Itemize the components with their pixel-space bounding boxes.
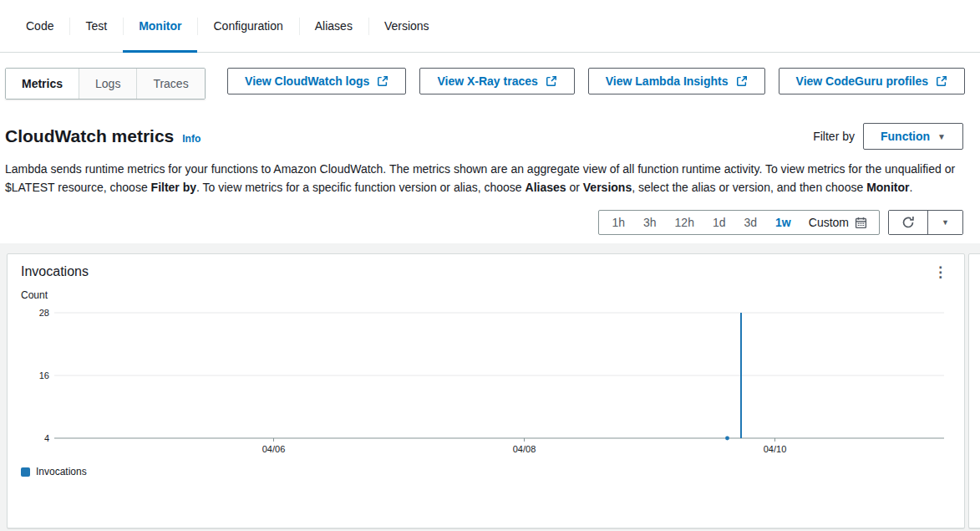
- time-controls-bar: 1h3h12h1d3d1wCustom ▼: [0, 197, 980, 243]
- section-header: CloudWatch metrics Info Filter by Functi…: [0, 100, 980, 150]
- svg-text:04/08: 04/08: [513, 444, 536, 454]
- y-axis-unit-left: Count: [21, 289, 48, 301]
- chevron-down-icon: ▼: [942, 218, 949, 227]
- custom-label: Custom: [809, 216, 849, 229]
- svg-text:04/10: 04/10: [764, 444, 787, 454]
- external-link-icon: [377, 75, 388, 87]
- external-tools-buttons: View CloudWatch logsView X-Ray tracesVie…: [227, 68, 967, 94]
- time-range-3h[interactable]: 3h: [634, 216, 666, 229]
- filter-by-dropdown[interactable]: Function ▼: [863, 123, 963, 150]
- time-range-1d[interactable]: 1d: [703, 216, 735, 229]
- monitor-toolbar: MetricsLogsTraces View CloudWatch logsVi…: [0, 53, 980, 100]
- time-range-3d[interactable]: 3d: [735, 216, 767, 229]
- info-link[interactable]: Info: [182, 133, 201, 145]
- title-group: CloudWatch metrics Info: [5, 126, 201, 146]
- function-tab-bar: CodeTestMonitorConfigurationAliasesVersi…: [0, 0, 980, 53]
- calendar-icon: [855, 217, 867, 229]
- tab-aliases[interactable]: Aliases: [299, 0, 368, 52]
- charts-region: Invocations⋮Count4162804/0604/0804/10Inv…: [0, 243, 980, 531]
- refresh-icon: [901, 216, 915, 229]
- monitor-subtabs: MetricsLogsTraces: [5, 68, 206, 100]
- description-text: Lambda sends runtime metrics for your fu…: [5, 160, 963, 197]
- lambda-monitor-page: CodeTestMonitorConfigurationAliasesVersi…: [0, 0, 980, 531]
- time-range-1w[interactable]: 1w: [766, 216, 800, 229]
- filter-by-value: Function: [881, 130, 930, 143]
- refresh-button[interactable]: [889, 211, 927, 234]
- refresh-options-button[interactable]: ▼: [927, 211, 962, 234]
- legend-swatch: [21, 467, 30, 477]
- tab-versions[interactable]: Versions: [368, 0, 445, 52]
- chart-canvas: 4162804/0604/0804/10: [21, 303, 951, 458]
- external-link-icon: [736, 75, 748, 87]
- chart-card-duration: Duration⋮Milliseconds1.1590.418004/0604/…: [968, 253, 980, 528]
- button-label: View CloudWatch logs: [245, 74, 369, 88]
- page-title: CloudWatch metrics: [5, 126, 174, 146]
- tab-configuration[interactable]: Configuration: [197, 0, 298, 52]
- refresh-split-button: ▼: [888, 210, 963, 235]
- chart-plot-area: 4162804/0604/0804/10: [21, 303, 951, 461]
- button-label: View Lambda Insights: [606, 74, 729, 88]
- time-range-custom[interactable]: Custom: [800, 216, 876, 229]
- svg-text:28: 28: [39, 308, 49, 318]
- subtab-traces[interactable]: Traces: [137, 69, 204, 99]
- svg-text:04/06: 04/06: [262, 444, 286, 454]
- external-link-icon: [936, 75, 947, 87]
- tab-code[interactable]: Code: [10, 0, 69, 52]
- svg-text:4: 4: [44, 433, 49, 443]
- time-range-1h[interactable]: 1h: [602, 216, 634, 229]
- chart-options-kebab-icon[interactable]: ⋮: [930, 265, 951, 279]
- view-cloudwatch-logs-button[interactable]: View CloudWatch logs: [227, 68, 406, 94]
- subtab-logs[interactable]: Logs: [79, 69, 137, 99]
- view-codeguru-profiles-button[interactable]: View CodeGuru profiles: [779, 68, 965, 94]
- button-label: View CodeGuru profiles: [796, 74, 928, 88]
- axis-unit-row: Count: [21, 289, 951, 301]
- tab-test[interactable]: Test: [69, 0, 123, 52]
- filter-group: Filter by Function ▼: [813, 123, 963, 150]
- time-range-12h[interactable]: 12h: [666, 216, 703, 229]
- time-range-selector: 1h3h12h1d3d1wCustom: [598, 210, 880, 235]
- filter-by-label: Filter by: [813, 130, 855, 143]
- view-x-ray-traces-button[interactable]: View X-Ray traces: [419, 68, 574, 94]
- chart-card-header: Invocations⋮: [21, 264, 951, 279]
- chart-card-invocations: Invocations⋮Count4162804/0604/0804/10Inv…: [7, 253, 965, 528]
- chart-title: Invocations: [21, 264, 89, 279]
- legend-item-invocations[interactable]: Invocations: [21, 466, 483, 477]
- subtab-metrics[interactable]: Metrics: [6, 69, 79, 99]
- view-lambda-insights-button[interactable]: View Lambda Insights: [588, 68, 765, 94]
- button-label: View X-Ray traces: [437, 74, 537, 88]
- svg-text:16: 16: [39, 370, 49, 380]
- chart-legend: Invocations: [21, 466, 951, 477]
- legend-label: Invocations: [36, 466, 87, 477]
- external-link-icon: [546, 75, 557, 87]
- chevron-down-icon: ▼: [937, 132, 946, 141]
- tab-monitor[interactable]: Monitor: [123, 0, 197, 52]
